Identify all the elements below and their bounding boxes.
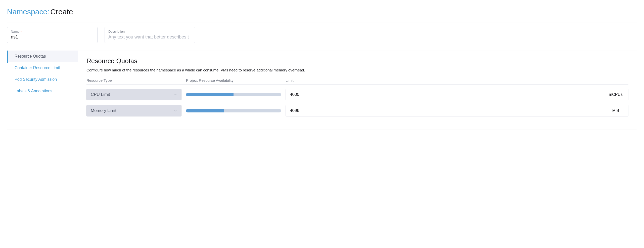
resource-type-select-cpu[interactable]: CPU Limit xyxy=(86,89,181,100)
nav-item-container-resource-limit[interactable]: Container Resource Limit xyxy=(8,62,78,74)
side-nav: Resource Quotas Container Resource Limit… xyxy=(8,51,78,130)
progress-fill xyxy=(186,93,234,96)
title-action: Create xyxy=(50,8,73,16)
divider xyxy=(7,22,637,22)
nav-item-pod-security-admission[interactable]: Pod Security Admission xyxy=(8,74,78,85)
name-label: Name * xyxy=(11,30,94,33)
chevron-down-icon xyxy=(174,109,177,112)
resource-type-select-memory[interactable]: Memory Limit xyxy=(86,105,181,116)
col-header-type: Resource Type xyxy=(86,78,186,82)
section-title: Resource Quotas xyxy=(86,57,628,65)
chevron-down-icon xyxy=(174,93,177,96)
progress-fill xyxy=(186,109,224,112)
limit-input-memory[interactable] xyxy=(286,105,603,116)
required-star: * xyxy=(20,30,22,33)
nav-item-labels-annotations[interactable]: Labels & Annotations xyxy=(8,85,78,97)
title-entity: Namespace: xyxy=(7,8,49,16)
col-header-availability: Project Resource Availability xyxy=(186,78,286,82)
nav-item-resource-quotas[interactable]: Resource Quotas xyxy=(8,51,78,62)
resource-type-label: Memory Limit xyxy=(91,108,116,113)
resource-row-memory: Memory Limit MiB xyxy=(86,105,628,116)
progress-bar-cpu xyxy=(186,93,281,96)
description-input[interactable] xyxy=(108,34,191,40)
table-header: Resource Type Project Resource Availabil… xyxy=(86,78,628,85)
progress-bar-memory xyxy=(186,109,281,112)
limit-input-cpu[interactable] xyxy=(286,89,603,100)
page-title: Namespace: Create xyxy=(7,8,637,16)
description-field-box[interactable]: Description xyxy=(105,27,195,43)
name-field-box[interactable]: Name * xyxy=(7,27,98,43)
resource-row-cpu: CPU Limit mCPUs xyxy=(86,89,628,100)
limit-unit-cpu: mCPUs xyxy=(603,89,628,100)
col-header-limit: Limit xyxy=(286,78,628,82)
resource-type-label: CPU Limit xyxy=(91,92,110,97)
name-input[interactable] xyxy=(11,34,94,40)
description-label: Description xyxy=(108,30,191,33)
section-description: Configure how much of the resources the … xyxy=(86,68,628,72)
limit-unit-memory: MiB xyxy=(603,105,628,116)
